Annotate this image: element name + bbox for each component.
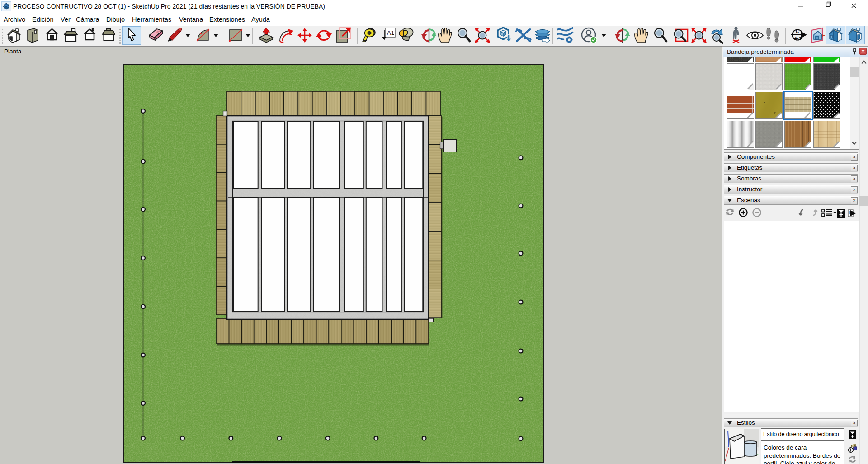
- svg-text:C: C: [796, 29, 799, 34]
- svg-text:A-S: A-S: [794, 36, 802, 41]
- svg-text:A1: A1: [387, 29, 394, 36]
